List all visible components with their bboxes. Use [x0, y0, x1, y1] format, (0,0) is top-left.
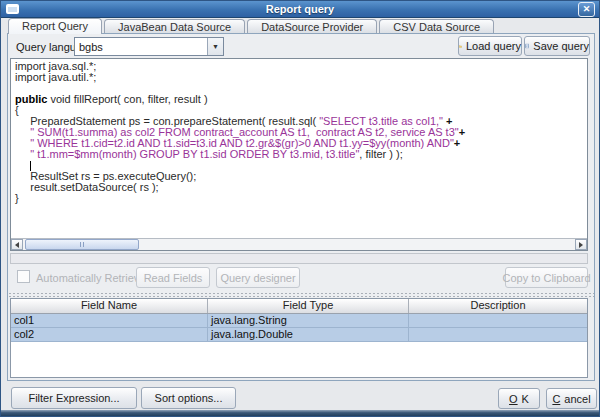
table-header-row: Field Name Field Type Description: [11, 299, 587, 314]
tab-bar: Report Query JavaBean Data Source DataSo…: [8, 18, 593, 34]
table-body: col1java.lang.Stringcol2java.lang.Double: [11, 314, 587, 342]
save-icon: [525, 40, 529, 52]
window-menu-icon[interactable]: [6, 4, 19, 14]
ok-button[interactable]: OK: [498, 388, 540, 409]
code-line: " t1.mm=$mm(month) GROUP BY t1.sid ORDER…: [15, 149, 587, 160]
column-header-field-type[interactable]: Field Type: [208, 299, 409, 313]
fields-controls-row: Automatically Retrieve Fields Read Field…: [8, 266, 594, 288]
save-query-button[interactable]: Save query: [524, 36, 590, 56]
window-bottom-edge: [1, 410, 599, 416]
save-query-label: Save query: [533, 40, 589, 52]
table-cell: java.lang.String: [208, 314, 409, 327]
report-query-panel: Query language bgbs ▼ Load query Save qu…: [7, 33, 595, 381]
tab-report-query[interactable]: Report Query: [8, 18, 102, 34]
scroll-left-arrow[interactable]: [11, 239, 23, 250]
read-fields-button[interactable]: Read Fields: [136, 267, 210, 288]
scrollbar-thumb[interactable]: [25, 239, 139, 250]
table-cell: [409, 314, 587, 327]
scrollbar-track[interactable]: [23, 239, 575, 250]
folder-icon: [459, 41, 462, 52]
table-cell: col2: [11, 328, 208, 341]
report-query-dialog: Report query ✕ Report Query JavaBean Dat…: [0, 0, 600, 417]
scroll-right-arrow[interactable]: [575, 239, 587, 250]
fields-table: Field Name Field Type Description col1ja…: [10, 298, 588, 378]
titlebar[interactable]: Report query ✕: [1, 1, 599, 18]
code-line: }: [15, 193, 587, 204]
code-line: import java.util.*;: [15, 72, 587, 83]
sort-options-button[interactable]: Sort options...: [141, 387, 236, 409]
query-code-editor[interactable]: import java.sql.*;import java.util.*;pub…: [10, 58, 588, 251]
table-cell: java.lang.Double: [208, 328, 409, 341]
table-cell: col1: [11, 314, 208, 327]
close-button[interactable]: ✕: [578, 2, 595, 17]
column-header-description[interactable]: Description: [409, 299, 587, 313]
code-line: import java.sql.*;: [15, 61, 587, 72]
load-query-button[interactable]: Load query: [458, 36, 522, 56]
code-line: result.setDataSource( rs );: [15, 182, 587, 193]
footer-bar: Filter Expression... Sort options... OK …: [7, 386, 595, 410]
query-language-select[interactable]: bgbs ▼: [74, 37, 224, 56]
chevron-down-icon[interactable]: ▼: [207, 38, 223, 55]
cancel-button[interactable]: Cancel: [546, 388, 597, 409]
tab-javabean-data-source[interactable]: JavaBean Data Source: [104, 19, 245, 34]
copy-to-clipboard-button[interactable]: Copy to Clipboard: [505, 267, 588, 288]
filter-expression-button[interactable]: Filter Expression...: [11, 387, 137, 409]
query-designer-button[interactable]: Query designer: [216, 267, 300, 288]
load-query-label: Load query: [466, 40, 521, 52]
table-cell: [409, 328, 587, 341]
table-row[interactable]: col1java.lang.String: [11, 314, 587, 328]
code-line: public void fillReport( con, filter, res…: [15, 94, 587, 105]
close-icon: ✕: [583, 5, 591, 14]
code-area[interactable]: import java.sql.*;import java.util.*;pub…: [11, 59, 587, 238]
editor-status-bar: [10, 253, 588, 264]
tab-datasource-provider[interactable]: DataSource Provider: [247, 19, 377, 34]
auto-retrieve-checkbox[interactable]: [17, 270, 30, 283]
splitter-handle[interactable]: [8, 292, 594, 297]
table-row[interactable]: col2java.lang.Double: [11, 328, 587, 342]
window-title: Report query: [1, 3, 599, 15]
query-language-value: bgbs: [75, 41, 207, 53]
editor-horizontal-scrollbar[interactable]: [11, 238, 587, 250]
tab-csv-data-source[interactable]: CSV Data Source: [379, 19, 494, 34]
column-header-field-name[interactable]: Field Name: [11, 299, 208, 313]
